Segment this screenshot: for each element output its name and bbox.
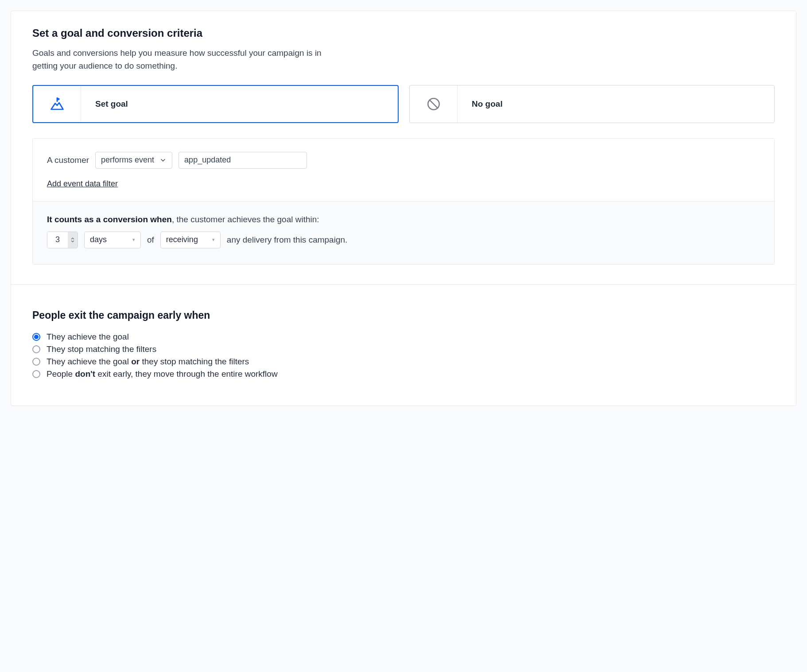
radio-button[interactable]	[32, 345, 40, 353]
radio-button[interactable]	[32, 358, 40, 366]
radio-button[interactable]	[32, 370, 40, 378]
time-unit-value: days	[90, 235, 107, 244]
conversion-label-strong: It counts as a conversion when	[47, 215, 172, 224]
goal-settings-card: Set a goal and conversion criteria Goals…	[11, 11, 796, 406]
exit-option-0[interactable]: They achieve the goal	[32, 332, 775, 342]
conversion-label-rest: , the customer achieves the goal within:	[172, 215, 319, 224]
exit-option-label: They achieve the goal	[47, 332, 129, 342]
exit-option-1[interactable]: They stop matching the filters	[32, 344, 775, 354]
mountain-flag-icon	[33, 86, 81, 122]
of-text: of	[147, 235, 154, 245]
exit-option-label: People don't exit early, they move throu…	[47, 369, 278, 379]
section-heading: Set a goal and conversion criteria	[32, 27, 775, 39]
conversion-number-input[interactable]	[47, 232, 68, 248]
goal-type-options: Set goal No goal	[32, 85, 775, 123]
exit-section: People exit the campaign early when They…	[32, 285, 775, 379]
goal-criteria-box: A customer performs event Add event data…	[32, 138, 775, 265]
time-unit-select[interactable]: days ▾	[84, 232, 141, 248]
exit-option-3[interactable]: People don't exit early, they move throu…	[32, 369, 775, 379]
no-goal-label: No goal	[458, 85, 774, 123]
relative-value: receiving	[166, 235, 198, 244]
section-subtitle: Goals and conversions help you measure h…	[32, 46, 342, 73]
caret-down-icon: ▾	[132, 237, 135, 243]
add-event-data-filter-link[interactable]: Add event data filter	[47, 179, 118, 189]
criteria-prefix: A customer	[47, 155, 89, 165]
exit-option-label: They stop matching the filters	[47, 344, 156, 354]
no-goal-icon	[410, 85, 458, 123]
svg-line-1	[429, 100, 437, 108]
exit-radio-list: They achieve the goalThey stop matching …	[32, 332, 775, 379]
exit-option-2[interactable]: They achieve the goal or they stop match…	[32, 357, 775, 367]
exit-heading: People exit the campaign early when	[32, 309, 775, 321]
condition-select-value: performs event	[101, 155, 154, 165]
event-name-input[interactable]	[178, 152, 307, 169]
conversion-label: It counts as a conversion when, the cust…	[47, 215, 760, 224]
goal-criteria-top: A customer performs event Add event data…	[33, 139, 774, 201]
conversion-tail-text: any delivery from this campaign.	[227, 235, 347, 245]
conversion-criteria: It counts as a conversion when, the cust…	[33, 201, 774, 264]
condition-select[interactable]: performs event	[95, 152, 172, 169]
conversion-number-input-wrap	[47, 232, 78, 248]
radio-button[interactable]	[32, 333, 40, 341]
relative-select[interactable]: receiving ▾	[160, 232, 221, 248]
set-goal-option[interactable]: Set goal	[32, 85, 399, 123]
caret-down-icon: ▾	[212, 237, 215, 243]
number-stepper[interactable]	[68, 232, 78, 248]
no-goal-option[interactable]: No goal	[409, 85, 775, 123]
exit-option-label: They achieve the goal or they stop match…	[47, 357, 249, 367]
set-goal-label: Set goal	[81, 86, 398, 122]
chevron-down-icon	[159, 157, 167, 164]
